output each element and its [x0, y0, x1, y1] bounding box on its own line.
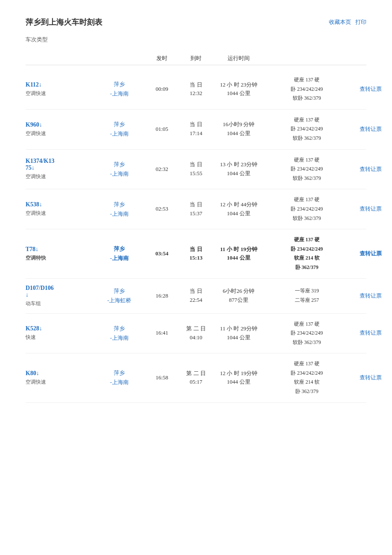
column-headers: 发时 到时 运行时间 — [26, 52, 366, 65]
col-price — [264, 55, 349, 62]
train-price-cell: 硬座 137 硬卧 234/242/249软座 214 软卧 362/379 — [264, 359, 349, 396]
table-row: D107/D106↓动车组萍乡-上海虹桥16:28当 日22:546小时26 分… — [26, 279, 366, 314]
train-name-cell: K538↓空调快速 — [26, 201, 94, 217]
train-duration-cell: 6小时26 分钟877公里 — [213, 287, 264, 305]
col-action — [349, 55, 392, 62]
table-row: K80↓空调快速萍乡-上海南16:58第 二 日05:1712 小 时 19分钟… — [26, 353, 366, 402]
train-duration-cell: 16小时9 分钟1044 公里 — [213, 120, 264, 138]
page-title: 萍乡到上海火车时刻表 — [26, 17, 102, 27]
table-row: K538↓空调快速萍乡-上海南02:53当 日15:3712 小 时 44分钟1… — [26, 189, 366, 229]
train-duration-cell: 11 小 时 29分钟1044 公里 — [213, 324, 264, 342]
train-route-cell: 萍乡-上海南 — [94, 200, 145, 219]
train-name-cell: K528↓快速 — [26, 325, 94, 341]
table-row: K960↓空调快速萍乡-上海南01:05当 日17:1416小时9 分钟1044… — [26, 110, 366, 150]
train-duration-cell: 12 小 时 44分钟1044 公里 — [213, 200, 264, 218]
train-type-label: 空调快速 — [26, 90, 94, 97]
train-action-cell: 查转让票 — [349, 329, 392, 338]
train-price-cell: 硬座 137 硬卧 234/242/249软卧 362/379 — [264, 195, 349, 223]
query-transfer-link[interactable]: 查转让票 — [360, 330, 382, 336]
train-action-cell: 查转让票 — [349, 249, 392, 258]
filter-row: 车次类型 — [26, 36, 366, 43]
train-depart-cell: 16:28 — [145, 292, 179, 301]
col-duration: 运行时间 — [213, 55, 264, 62]
train-name-link[interactable]: K528↓ — [26, 325, 42, 332]
train-depart-cell: 01:05 — [145, 125, 179, 134]
train-name-link[interactable]: K960↓ — [26, 121, 42, 128]
train-arrive-cell: 第 二 日04:10 — [179, 324, 213, 342]
query-transfer-link[interactable]: 查转让票 — [360, 250, 382, 257]
train-name-cell: K112↓空调快速 — [26, 81, 94, 97]
train-arrive-cell: 当 日15:55 — [179, 160, 213, 178]
train-type-label: 空调快速 — [26, 379, 94, 386]
query-transfer-link[interactable]: 查转让票 — [360, 205, 382, 212]
train-name-cell: D107/D106↓动车组 — [26, 285, 94, 307]
query-transfer-link[interactable]: 查转让票 — [360, 126, 382, 132]
query-transfer-link[interactable]: 查转让票 — [360, 86, 382, 92]
train-arrive-cell: 当 日15:13 — [179, 245, 213, 263]
train-name-link[interactable]: K112↓ — [26, 81, 42, 88]
table-row: K1374/K1375↓空调快速萍乡-上海南02:32当 日15:5513 小 … — [26, 150, 366, 190]
train-route-cell: 萍乡-上海南 — [94, 160, 145, 179]
train-route-cell: 萍乡-上海南 — [94, 244, 145, 263]
query-transfer-link[interactable]: 查转让票 — [360, 374, 382, 381]
train-route-cell: 萍乡-上海南 — [94, 368, 145, 387]
train-action-cell: 查转让票 — [349, 125, 392, 134]
train-name-link[interactable]: K1374/K1375↓ — [26, 158, 55, 171]
train-price-cell: 硬座 137 硬卧 234/242/249软卧 362/379 — [264, 156, 349, 183]
train-route-cell: 萍乡-上海南 — [94, 80, 145, 98]
train-depart-cell: 16:41 — [145, 329, 179, 338]
train-action-cell: 查转让票 — [349, 373, 392, 382]
train-duration-cell: 13 小 时 23分钟1044 公里 — [213, 160, 264, 178]
train-name-link[interactable]: D107/D106↓ — [26, 285, 54, 298]
bookmark-link[interactable]: 收藏本页 — [329, 18, 351, 26]
train-route-cell: 萍乡-上海虹桥 — [94, 286, 145, 305]
train-price-cell: 硬座 137 硬卧 234/242/249软卧 362/379 — [264, 116, 349, 143]
col-route — [94, 55, 145, 62]
train-name-link[interactable]: K80↓ — [26, 370, 39, 376]
table-row: T78↓空调特快萍乡-上海南03:54当 日15:1311 小 时 19分钟10… — [26, 229, 366, 278]
train-price-cell: 硬座 137 硬卧 234/242/249软座 214 软卧 362/379 — [264, 235, 349, 272]
table-row: K112↓空调快速萍乡-上海南00:09当 日12:3212 小 时 23分钟1… — [26, 69, 366, 110]
train-action-cell: 查转让票 — [349, 292, 392, 301]
train-depart-cell: 16:58 — [145, 373, 179, 382]
train-list: K112↓空调快速萍乡-上海南00:09当 日12:3212 小 时 23分钟1… — [26, 69, 366, 403]
page-header: 萍乡到上海火车时刻表 收藏本页 打印 — [26, 17, 366, 27]
train-action-cell: 查转让票 — [349, 205, 392, 214]
train-type-label: 空调快速 — [26, 173, 94, 180]
train-name-link[interactable]: T78↓ — [26, 246, 38, 252]
train-depart-cell: 03:54 — [145, 249, 179, 258]
train-price-cell: 硬座 137 硬卧 234/242/249软卧 362/379 — [264, 75, 349, 103]
train-depart-cell: 00:09 — [145, 85, 179, 94]
train-action-cell: 查转让票 — [349, 165, 392, 174]
query-transfer-link[interactable]: 查转让票 — [360, 166, 382, 172]
col-depart: 发时 — [145, 55, 179, 62]
train-name-cell: K80↓空调快速 — [26, 370, 94, 386]
col-train — [26, 55, 94, 62]
train-arrive-cell: 当 日12:32 — [179, 81, 213, 98]
train-action-cell: 查转让票 — [349, 85, 392, 94]
train-price-cell: 硬座 137 硬卧 234/242/249软卧 362/379 — [264, 320, 349, 347]
train-name-cell: K960↓空调快速 — [26, 121, 94, 137]
train-type-label: 空调快速 — [26, 210, 94, 217]
train-route-cell: 萍乡-上海南 — [94, 120, 145, 139]
train-arrive-cell: 当 日22:54 — [179, 287, 213, 305]
train-duration-cell: 11 小 时 19分钟1044 公里 — [213, 245, 264, 263]
train-arrive-cell: 当 日17:14 — [179, 120, 213, 138]
train-name-cell: T78↓空调特快 — [26, 246, 94, 262]
train-type-label: 动车组 — [26, 300, 94, 307]
train-type-label: 空调快速 — [26, 130, 94, 137]
train-route-cell: 萍乡-上海南 — [94, 324, 145, 343]
col-arrive: 到时 — [179, 55, 213, 62]
train-depart-cell: 02:32 — [145, 165, 179, 174]
train-arrive-cell: 当 日15:37 — [179, 200, 213, 218]
train-price-cell: 一等座 319二等座 257 — [264, 286, 349, 305]
train-name-link[interactable]: K538↓ — [26, 201, 42, 208]
header-actions: 收藏本页 打印 — [329, 18, 366, 26]
query-transfer-link[interactable]: 查转让票 — [360, 292, 382, 299]
train-type-label: 快速 — [26, 334, 94, 341]
train-name-cell: K1374/K1375↓空调快速 — [26, 158, 94, 180]
train-arrive-cell: 第 二 日05:17 — [179, 369, 213, 387]
print-link[interactable]: 打印 — [355, 18, 366, 26]
train-duration-cell: 12 小 时 19分钟1044 公里 — [213, 369, 264, 387]
train-type-label: 空调特快 — [26, 254, 94, 262]
